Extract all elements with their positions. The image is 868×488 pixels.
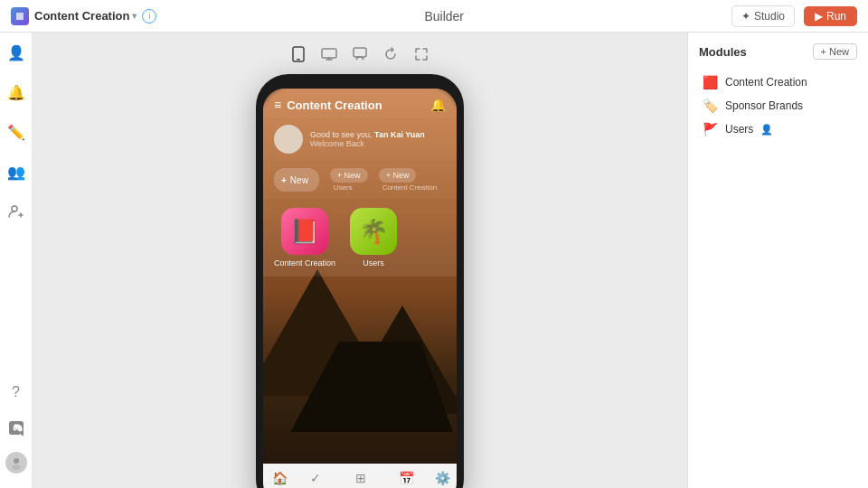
users-label: Users — [363, 258, 384, 267]
canvas-area: ≡ Content Creation 🔔 Good to see you, Ta… — [33, 33, 687, 488]
sidebar-icon-add-user[interactable] — [4, 199, 29, 224]
sidebar-icon-bell[interactable]: 🔔 — [4, 80, 29, 105]
svg-rect-5 — [297, 59, 300, 61]
greeting-name: Tan Kai Yuan — [374, 130, 425, 139]
svg-point-3 — [12, 465, 21, 470]
dashboard-icon: ⊞ — [355, 471, 366, 485]
device-toolbar — [288, 43, 432, 65]
nav-calendar[interactable]: 📅 Calendar — [392, 471, 420, 488]
topbar: Content Creation ▾ i Builder ✦ Studio ▶ … — [0, 0, 868, 33]
app-name[interactable]: Content Creation ▾ — [34, 9, 137, 23]
nav-home[interactable]: 🏠 Home — [269, 471, 288, 488]
wand-icon: ✦ — [741, 10, 750, 23]
plus-icon: + — [281, 175, 287, 185]
new-content-block: + New Content Creation — [379, 168, 437, 192]
builder-title: Builder — [424, 9, 464, 23]
module-users[interactable]: 🚩 Users 👤 — [699, 117, 857, 141]
sponsor-brands-module-label: Sponsor Brands — [725, 99, 803, 112]
module-sponsor-brands[interactable]: 🏷️ Sponsor Brands — [699, 94, 857, 117]
user-greeting: Good to see you, Tan Kai Yuan Welcome Ba… — [263, 117, 457, 161]
content-creation-icon: 📕 — [281, 208, 328, 255]
quick-actions: + New + New Users + New — [263, 161, 457, 199]
topbar-left: Content Creation ▾ i — [11, 7, 156, 25]
chevron-down-icon: ▾ — [132, 11, 137, 21]
greeting-welcome: Welcome Back — [310, 139, 425, 148]
content-creation-app[interactable]: 📕 Content Creation — [274, 208, 335, 267]
modules-title: Modules — [699, 45, 747, 59]
svg-point-1 — [12, 206, 17, 211]
new-users-button[interactable]: + New — [274, 168, 319, 192]
sidebar-bottom: ? — [4, 380, 29, 481]
task-icon: ✓ — [310, 471, 321, 485]
svg-rect-6 — [322, 49, 336, 58]
new-module-button[interactable]: + New — [813, 43, 858, 60]
refresh-button[interactable] — [380, 43, 401, 65]
users-icon: 🌴 — [350, 208, 397, 255]
qr-icon: ⚙️ — [435, 471, 450, 485]
phone-view-button[interactable] — [288, 43, 309, 65]
modules-panel: Modules + New 🟥 Content Creation 🏷️ Spon… — [687, 33, 868, 488]
users-module-label: Users — [725, 123, 753, 136]
phone-screen: ≡ Content Creation 🔔 Good to see you, Ta… — [263, 89, 457, 488]
home-icon: 🏠 — [272, 471, 288, 485]
svg-rect-7 — [354, 48, 366, 57]
app-name-text: Content Creation — [34, 9, 129, 23]
book-icon: 📕 — [290, 218, 319, 246]
new-users-block: + New Users — [330, 168, 368, 192]
app-mobile-title: Content Creation — [287, 99, 382, 112]
users-module-icon: 🚩 — [703, 122, 718, 136]
greeting-content: Good to see you, Tan Kai Yuan Welcome Ba… — [310, 130, 425, 148]
content-creation-module-icon: 🟥 — [703, 75, 718, 89]
new-users-action[interactable]: + New — [330, 168, 368, 183]
notification-bell-icon[interactable]: 🔔 — [430, 98, 446, 112]
sidebar-icon-user[interactable]: 👤 — [4, 40, 29, 65]
info-icon[interactable]: i — [142, 9, 156, 23]
nav-my-task[interactable]: ✓ My Task — [303, 471, 329, 488]
content-creation-label: Content Creation — [274, 258, 335, 267]
modules-header: Modules + New — [699, 43, 857, 60]
content-creation-module-label: Content Creation — [725, 76, 807, 89]
user-avatar-sidebar[interactable] — [5, 452, 27, 474]
play-icon: ▶ — [815, 10, 823, 23]
left-sidebar: 👤 🔔 ✏️ 👥 ? — [0, 33, 33, 488]
monitor-view-button[interactable] — [318, 43, 340, 65]
users-addon-icon: 👤 — [760, 124, 773, 136]
sidebar-icon-edit[interactable]: ✏️ — [4, 119, 29, 145]
discord-icon[interactable] — [4, 416, 29, 441]
nav-dashboard[interactable]: ⊞ Dashboard — [343, 471, 378, 488]
app-logo — [11, 7, 29, 25]
app-mobile-header: ≡ Content Creation 🔔 — [263, 89, 457, 117]
help-icon[interactable]: ? — [4, 380, 29, 405]
users-app[interactable]: 🌴 Users — [350, 208, 397, 267]
sidebar-icon-users[interactable]: 👥 — [4, 159, 29, 184]
chat-view-button[interactable] — [349, 43, 371, 65]
nav-qr[interactable]: ⚙️ QR — [435, 471, 450, 488]
hamburger-icon[interactable]: ≡ — [274, 98, 281, 112]
app-header-left: ≡ Content Creation — [274, 98, 382, 112]
svg-point-2 — [14, 458, 19, 464]
studio-button[interactable]: ✦ Studio — [731, 5, 795, 27]
greeting-text: Good to see you, — [310, 130, 373, 139]
app-grid: 📕 Content Creation 🌴 Users — [263, 199, 457, 277]
run-button[interactable]: ▶ Run — [804, 6, 857, 26]
palm-tree-icon: 🌴 — [359, 218, 388, 246]
new-users-label: Users — [330, 183, 353, 192]
new-content-label: Content Creation — [379, 183, 437, 192]
calendar-icon: 📅 — [399, 471, 414, 485]
user-avatar — [274, 125, 303, 154]
sponsor-brands-module-icon: 🏷️ — [703, 99, 718, 113]
topbar-right: ✦ Studio ▶ Run — [731, 5, 857, 27]
new-content-action[interactable]: + New — [379, 168, 417, 183]
phone-content: ≡ Content Creation 🔔 Good to see you, Ta… — [263, 89, 457, 488]
module-content-creation[interactable]: 🟥 Content Creation — [699, 70, 857, 94]
main-area: 👤 🔔 ✏️ 👥 ? — [0, 33, 868, 488]
phone-mockup: ≡ Content Creation 🔔 Good to see you, Ta… — [256, 74, 464, 488]
bottom-nav: 🏠 Home ✓ My Task ⊞ Dashboard 📅 — [263, 464, 457, 488]
expand-button[interactable] — [410, 43, 432, 65]
